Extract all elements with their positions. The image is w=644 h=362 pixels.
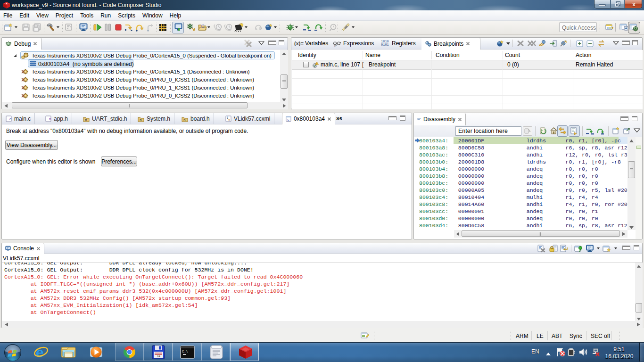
- svg-text:h: h: [140, 118, 142, 122]
- svg-text:{}: {}: [201, 24, 205, 28]
- svg-text:C:\: C:\: [182, 350, 188, 354]
- svg-text:c: c: [287, 118, 289, 122]
- svg-text:x: x: [228, 119, 230, 122]
- svg-text:64: 64: [157, 355, 161, 358]
- svg-text:!: !: [316, 62, 317, 65]
- svg-text:h: h: [85, 118, 87, 122]
- svg-text:h: h: [183, 118, 186, 122]
- svg-text:x=: x=: [334, 44, 337, 47]
- svg-text:.c: .c: [7, 117, 12, 121]
- svg-text:.h: .h: [47, 117, 51, 121]
